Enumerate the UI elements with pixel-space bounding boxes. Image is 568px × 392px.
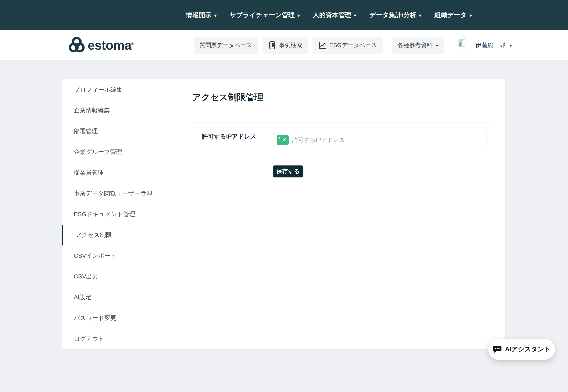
chevron-down-icon (419, 14, 422, 17)
sidebar-item-password-change[interactable]: パスワード変更 (62, 308, 173, 329)
top-nav-items: 情報開示 サプライチェーン管理 人的資本管理 データ集計/分析 組織データ (186, 0, 472, 30)
registered-mark: ® (131, 42, 134, 46)
ai-assistant-label: AIアシスタント (505, 345, 551, 354)
sidebar-item-label: 企業情報編集 (74, 106, 110, 114)
case-search-button[interactable]: 事例検索 (263, 37, 308, 54)
allowed-ip-tags-input[interactable]: * ✕ (273, 133, 486, 147)
sidebar-item-access-restriction[interactable]: アクセス制限 (62, 225, 173, 246)
sidebar-item-label: プロフィール編集 (74, 86, 122, 94)
sidebar-item-ai-settings[interactable]: AI設定 (62, 287, 173, 308)
sidebar-item-logout[interactable]: ログアウト (62, 329, 173, 349)
allowed-ip-label: 許可するIPアドレス (202, 133, 256, 141)
sidebar-item-label: CSV出力 (74, 272, 98, 281)
sidebar-item-company-info[interactable]: 企業情報編集 (62, 100, 173, 121)
sidebar-item-label: AI設定 (74, 293, 91, 301)
active-indicator (62, 225, 63, 246)
sidebar-item-label: アクセス制限 (75, 231, 112, 239)
nav-item-human-capital[interactable]: 人的資本管理 (313, 11, 357, 20)
user-name: 伊藤総一郎 (476, 41, 506, 50)
avatar (457, 37, 472, 53)
esg-database-button[interactable]: ESGデータベース (313, 37, 383, 54)
journal-icon (268, 41, 276, 50)
sidebar-item-label: パスワード変更 (74, 314, 116, 322)
sidebar-item-label: ログアウト (74, 335, 105, 343)
sidebar-item-label: 事業データ閲覧ユーザー管理 (74, 189, 152, 198)
header-button-label: 質問票データベース (199, 41, 252, 49)
header-bar: estoma® 質問票データベース 事例検索 (0, 30, 568, 61)
header-buttons: 質問票データベース 事例検索 ESGデータベース (194, 30, 444, 60)
sidebar-item-business-data-users[interactable]: 事業データ閲覧ユーザー管理 (62, 183, 173, 204)
chart-line-icon (318, 41, 327, 50)
chevron-down-icon (297, 14, 300, 17)
ai-assistant-button[interactable]: AIアシスタント (488, 339, 555, 360)
sidebar-item-label: CSVインポート (74, 252, 117, 260)
nav-item-label: サプライチェーン管理 (230, 11, 295, 20)
remove-tag-icon[interactable]: ✕ (282, 137, 286, 142)
logo[interactable]: estoma® (69, 30, 134, 60)
sidebar-item-csv-export[interactable]: CSV出力 (62, 266, 173, 287)
settings-sidebar: プロフィール編集 企業情報編集 部署管理 企業グループ管理 従業員管理 事業デー… (62, 79, 173, 350)
header-button-label: ESGデータベース (329, 41, 377, 49)
nav-item-label: 組織データ (434, 11, 467, 20)
chevron-down-icon (214, 14, 217, 17)
user-menu[interactable]: 伊藤総一郎 (457, 30, 512, 60)
nav-item-supply-chain[interactable]: サプライチェーン管理 (230, 11, 300, 20)
nav-item-org-data[interactable]: 組織データ (434, 11, 472, 20)
sidebar-item-esg-documents[interactable]: ESGドキュメント管理 (62, 204, 173, 224)
chevron-down-icon (435, 45, 438, 47)
chat-bubble-icon (493, 345, 502, 354)
access-restriction-panel: アクセス制限管理 許可するIPアドレス * ✕ 保存する (173, 79, 506, 350)
chevron-down-icon (509, 45, 512, 46)
sidebar-item-label: 企業グループ管理 (74, 148, 122, 156)
sidebar-item-label: 従業員管理 (74, 169, 104, 177)
estoma-knot-icon (69, 37, 85, 54)
divider (192, 123, 491, 123)
nav-item-data-analysis[interactable]: データ集計/分析 (369, 11, 422, 20)
header-button-label: 事例検索 (279, 41, 302, 49)
sidebar-item-department[interactable]: 部署管理 (62, 121, 173, 141)
nav-item-label: 情報開示 (186, 11, 211, 20)
logo-text: estoma® (88, 38, 134, 53)
allowed-ip-input[interactable] (292, 137, 483, 143)
questionnaire-database-button[interactable]: 質問票データベース (194, 37, 258, 54)
nav-item-label: 人的資本管理 (313, 11, 351, 20)
ip-tag-value: * (278, 136, 281, 142)
page-title: アクセス制限管理 (192, 91, 263, 103)
sidebar-item-label: 部署管理 (74, 127, 98, 135)
broken-image-icon (459, 39, 466, 47)
page: 情報開示 サプライチェーン管理 人的資本管理 データ集計/分析 組織データ (0, 0, 568, 392)
sidebar-item-label: ESGドキュメント管理 (74, 210, 135, 218)
nav-item-label: データ集計/分析 (369, 11, 416, 20)
reference-materials-dropdown[interactable]: 各種参考資料 (392, 37, 444, 54)
chevron-down-icon (354, 14, 357, 17)
ip-tag: * ✕ (277, 135, 289, 145)
sidebar-item-profile-edit[interactable]: プロフィール編集 (62, 79, 173, 100)
chevron-down-icon (469, 14, 472, 17)
sidebar-item-csv-import[interactable]: CSVインポート (62, 246, 173, 266)
settings-card: プロフィール編集 企業情報編集 部署管理 企業グループ管理 従業員管理 事業デー… (62, 79, 506, 350)
sidebar-item-company-group[interactable]: 企業グループ管理 (62, 141, 173, 162)
sidebar-item-employees[interactable]: 従業員管理 (62, 162, 173, 183)
nav-item-disclosure[interactable]: 情報開示 (186, 11, 217, 20)
save-button[interactable]: 保存する (273, 166, 303, 177)
top-navigation-bar: 情報開示 サプライチェーン管理 人的資本管理 データ集計/分析 組織データ (0, 0, 568, 30)
header-button-label: 各種参考資料 (398, 41, 433, 49)
